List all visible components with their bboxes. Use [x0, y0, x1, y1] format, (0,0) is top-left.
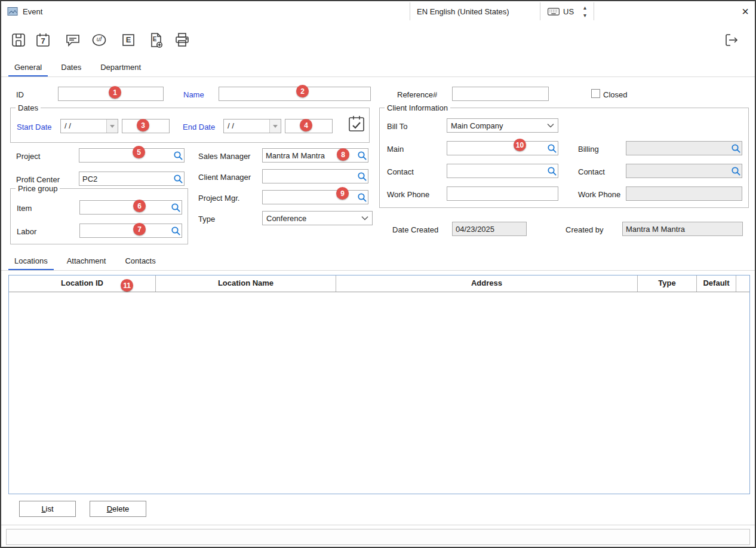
- reference-input[interactable]: [452, 87, 549, 101]
- user-fields-button[interactable]: uf: [89, 30, 109, 50]
- sales-manager-input[interactable]: [262, 148, 368, 163]
- titlebar-separator: [540, 2, 540, 20]
- column-header-type[interactable]: Type: [638, 275, 697, 292]
- search-icon[interactable]: [173, 174, 183, 183]
- billing-work-phone-label: Work Phone: [578, 190, 620, 199]
- callout-badge-9: 9: [336, 187, 349, 200]
- column-header-default[interactable]: Default: [697, 275, 736, 292]
- bill-to-select[interactable]: Main Company: [447, 118, 558, 133]
- keyboard-layout-label[interactable]: US: [563, 7, 574, 16]
- id-label: ID: [16, 90, 24, 99]
- save-button[interactable]: [8, 30, 29, 50]
- exit-icon: [723, 31, 740, 49]
- work-phone-label: Work Phone: [387, 190, 429, 199]
- name-input[interactable]: [219, 87, 371, 101]
- calendar-check-icon: [347, 114, 366, 133]
- client-information-legend: Client Information: [385, 103, 450, 112]
- detail-tab-bar: Locations Attachment Contacts: [1, 252, 755, 271]
- column-header-location-id[interactable]: Location ID: [9, 275, 156, 292]
- tab-dates[interactable]: Dates: [51, 59, 91, 76]
- project-mgr-input[interactable]: [262, 190, 368, 204]
- chevron-down-icon: [361, 216, 368, 221]
- search-icon[interactable]: [731, 143, 740, 153]
- search-icon[interactable]: [357, 151, 367, 160]
- search-icon[interactable]: [357, 172, 367, 181]
- comment-button[interactable]: [63, 30, 83, 50]
- callout-badge-3: 3: [137, 119, 149, 131]
- item-input[interactable]: [79, 200, 182, 215]
- close-button[interactable]: ×: [738, 4, 752, 19]
- user-fields-glyph: uf: [89, 36, 109, 42]
- titlebar-separator: [594, 2, 594, 20]
- callout-badge-5: 5: [133, 146, 145, 158]
- tab-locations[interactable]: Locations: [5, 252, 57, 270]
- type-select[interactable]: Conference: [262, 211, 373, 225]
- date-created-input: [452, 222, 527, 236]
- exit-button[interactable]: [721, 30, 742, 50]
- keyboard-icon[interactable]: [547, 7, 560, 16]
- column-header-location-name[interactable]: Location Name: [156, 275, 336, 292]
- project-input[interactable]: [79, 148, 185, 163]
- labor-lookup: [79, 224, 182, 238]
- end-date-combo[interactable]: / /: [223, 119, 281, 133]
- list-button[interactable]: List: [19, 501, 76, 517]
- spin-down-icon[interactable]: ▾: [583, 11, 586, 19]
- labor-input[interactable]: [79, 224, 182, 238]
- client-manager-input[interactable]: [262, 169, 368, 183]
- main-label: Main: [387, 145, 404, 154]
- search-icon[interactable]: [547, 143, 557, 153]
- main-input[interactable]: [447, 141, 558, 155]
- start-date-dropdown-arrow[interactable]: [106, 120, 118, 133]
- language-spinner[interactable]: ▴ ▾: [583, 4, 586, 19]
- search-icon[interactable]: [547, 166, 557, 176]
- profit-center-label: Profit Center: [16, 175, 60, 184]
- add-event-glyph: E: [143, 36, 166, 42]
- print-button[interactable]: [172, 30, 192, 50]
- price-group-legend: Price group: [16, 184, 60, 193]
- client-manager-lookup: [262, 169, 368, 183]
- callout-badge-4: 4: [300, 119, 312, 131]
- closed-checkbox[interactable]: [591, 89, 600, 98]
- language-indicator[interactable]: EN English (United States): [417, 7, 509, 16]
- billing-contact-input[interactable]: [626, 164, 742, 178]
- search-icon[interactable]: [731, 166, 740, 176]
- tab-general[interactable]: General: [5, 59, 51, 76]
- bill-to-label: Bill To: [387, 122, 407, 131]
- callout-badge-10: 10: [514, 139, 526, 151]
- locations-table-body[interactable]: [9, 292, 749, 495]
- end-date-label: End Date: [183, 123, 215, 131]
- date-created-label: Date Created: [392, 225, 438, 234]
- titlebar: Event EN English (United States) US ▴ ▾ …: [1, 1, 755, 23]
- search-icon[interactable]: [357, 192, 367, 202]
- search-icon[interactable]: [171, 203, 180, 212]
- column-header-filler: [736, 275, 749, 292]
- billing-label: Billing: [578, 145, 599, 154]
- end-date-mask: / /: [224, 120, 269, 133]
- tab-attachment[interactable]: Attachment: [57, 252, 116, 270]
- tab-contacts[interactable]: Contacts: [115, 252, 165, 270]
- tab-department[interactable]: Department: [91, 59, 150, 76]
- sales-manager-lookup: [262, 148, 368, 163]
- e-button[interactable]: E: [118, 30, 139, 50]
- calendar-button[interactable]: 7: [33, 30, 53, 50]
- billing-work-phone-input[interactable]: [626, 186, 742, 201]
- titlebar-separator: [410, 2, 410, 20]
- locations-table-header: Location ID Location Name Address Type D…: [9, 275, 749, 292]
- add-event-button[interactable]: E: [146, 30, 166, 50]
- event-window: Event EN English (United States) US ▴ ▾ …: [0, 0, 756, 548]
- date-picker-button[interactable]: [346, 114, 367, 134]
- chevron-down-icon: [547, 123, 554, 128]
- project-lookup: [79, 148, 185, 163]
- work-phone-input[interactable]: [447, 186, 558, 201]
- end-date-dropdown-arrow[interactable]: [269, 120, 281, 133]
- labor-label: Labor: [17, 227, 36, 236]
- contact-input[interactable]: [447, 164, 558, 178]
- search-icon[interactable]: [173, 151, 183, 160]
- delete-button[interactable]: Delete: [90, 501, 146, 517]
- billing-input[interactable]: [626, 141, 742, 155]
- spin-up-icon[interactable]: ▴: [583, 4, 586, 11]
- search-icon[interactable]: [171, 226, 180, 235]
- column-header-address[interactable]: Address: [336, 275, 638, 292]
- start-date-combo[interactable]: / /: [60, 119, 118, 133]
- profit-center-input[interactable]: [79, 172, 185, 186]
